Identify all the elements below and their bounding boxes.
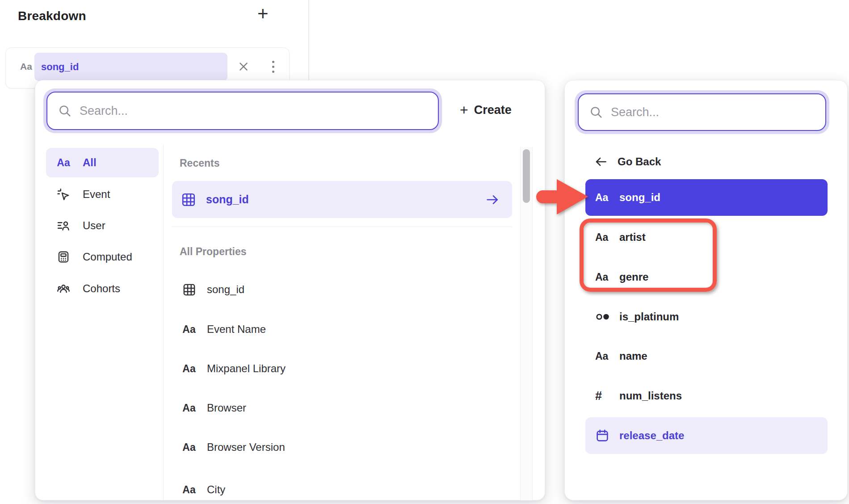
search-input[interactable] [611,105,825,119]
text-type-icon: Aa [181,323,197,336]
category-label: Cohorts [83,282,120,295]
property-row-city[interactable]: Aa City [172,479,512,501]
all-properties-section-label: All Properties [180,246,247,258]
category-all[interactable]: Aa All [46,148,159,177]
search-field-focus-ring [575,90,829,134]
value-row-song-id-selected[interactable]: Aa song_id [585,179,828,216]
property-row-browser-version[interactable]: Aa Browser Version [172,436,512,458]
value-row-genre[interactable]: Aa genre [585,266,828,288]
back-arrow-icon [594,155,608,168]
search-icon [58,104,71,118]
grid-property-icon [181,192,196,207]
property-row-mixpanel-library[interactable]: Aa Mixpanel Library [172,357,512,380]
screen: Breakdown + Aa song_id + Create Aa All [0,0,849,504]
recents-section-label: Recents [180,157,219,169]
category-label: User [83,219,105,232]
category-label: Event [83,188,110,201]
boolean-type-icon [595,311,613,323]
plus-icon: + [460,103,468,117]
user-profile-icon [56,219,71,232]
category-cohorts[interactable]: Cohorts [46,276,159,301]
recent-property-song-id[interactable]: song_id [172,181,512,218]
add-breakdown-button[interactable]: + [257,4,269,23]
text-type-icon: Aa [181,484,197,496]
value-row-is-platinum[interactable]: is_platinum [585,306,828,328]
divider [163,144,164,501]
text-type-icon: Aa [595,231,613,244]
category-user[interactable]: User [46,213,159,238]
property-values-dropdown: Go Back Aa song_id Aa artist Aa genre is… [564,80,848,500]
search-field[interactable] [46,92,439,130]
value-row-release-date[interactable]: release_date [585,417,828,454]
text-type-icon: Aa [595,350,613,362]
search-field-focus-ring [43,88,442,133]
value-row-artist[interactable]: Aa artist [585,226,828,248]
property-row-browser[interactable]: Aa Browser [172,397,512,419]
create-property-button[interactable]: + Create [460,103,512,117]
search-input[interactable] [80,104,438,118]
cohorts-people-icon [56,282,71,295]
text-type-icon: Aa [181,363,197,375]
scrollbar-thumb[interactable] [523,149,530,203]
search-field[interactable] [578,93,826,131]
text-type-icon: Aa [181,441,197,454]
property-picker-dropdown: + Create Aa All Event User Computed [35,80,545,500]
category-label: All [83,156,97,169]
number-type-icon: # [595,389,613,403]
text-type-icon: Aa [56,157,71,169]
builder-panel-border [308,0,309,80]
value-row-num-listens[interactable]: # num_listens [585,385,828,407]
value-row-name[interactable]: Aa name [585,345,828,367]
text-type-icon: Aa [181,402,197,414]
computed-calculator-icon [56,250,71,264]
text-type-icon: Aa [20,61,32,72]
text-type-icon: Aa [595,271,613,283]
property-row-song-id[interactable]: song_id [172,278,512,301]
drill-in-arrow-icon[interactable] [485,193,500,207]
go-back-button[interactable]: Go Back [585,150,661,173]
breakdown-section-title: Breakdown [18,9,86,23]
calendar-date-icon [595,428,613,443]
search-icon [589,105,603,119]
remove-breakdown-icon[interactable] [234,57,253,76]
category-event[interactable]: Event [46,182,159,207]
breakdown-property-chip[interactable]: song_id [34,53,227,81]
chip-value: song_id [41,61,79,73]
more-options-icon[interactable] [263,57,283,76]
divider [172,227,512,227]
grid-property-icon [181,283,197,297]
category-computed[interactable]: Computed [46,244,159,269]
category-label: Computed [83,251,132,263]
recent-property-label: song_id [206,193,249,206]
event-cursor-icon [56,188,71,201]
property-row-event-name[interactable]: Aa Event Name [172,318,512,340]
text-type-icon: Aa [595,192,613,204]
